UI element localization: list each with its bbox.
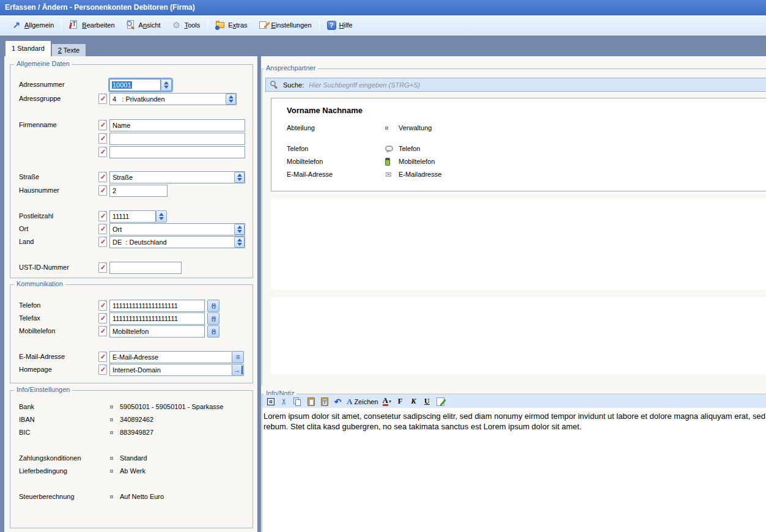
contact-label: Abteilung: [287, 124, 385, 131]
tab-standard[interactable]: 1 Standard: [5, 40, 51, 56]
font-color-icon: A: [383, 397, 388, 406]
bold-button[interactable]: F: [394, 396, 406, 407]
menu-hilfe[interactable]: ? Hilfe: [322, 18, 358, 32]
info-label: IBAN: [19, 416, 110, 423]
menu-tools[interactable]: ⚙ Tools: [166, 18, 206, 32]
open-url-button[interactable]: →: [232, 364, 244, 376]
goto-icon: →: [234, 366, 243, 374]
adressnummer-spinner[interactable]: [161, 79, 172, 91]
dial-button[interactable]: (•): [207, 325, 219, 338]
land-spinner[interactable]: [234, 237, 245, 248]
notes-toolbar: ✂ T ↶ A Zeichen A ▾ F K U: [262, 395, 766, 408]
contact-detail-panel: [271, 297, 766, 375]
arrow-icon: ↗: [12, 20, 21, 30]
check-doc-button[interactable]: ✓: [98, 224, 107, 234]
check-doc-button[interactable]: ✓: [98, 313, 107, 323]
telefax-input[interactable]: [109, 312, 205, 325]
copy-button[interactable]: [292, 396, 303, 407]
strasse-input[interactable]: [109, 171, 245, 183]
font-color-button[interactable]: A ▾: [381, 396, 392, 407]
undo-icon: ↶: [334, 397, 342, 406]
email-list-button[interactable]: ≡: [232, 351, 244, 363]
homepage-field: →: [109, 364, 244, 376]
character-format-button[interactable]: A Zeichen: [345, 396, 380, 407]
panel-splitter[interactable]: [257, 56, 261, 532]
ort-input[interactable]: [109, 223, 245, 235]
ustid-input[interactable]: [109, 262, 182, 274]
italic-button[interactable]: K: [408, 396, 419, 407]
contact-list-panel: [271, 199, 766, 290]
menu-allgemein[interactable]: ↗ Allgemein: [6, 18, 59, 32]
mobiltelefon-input[interactable]: [109, 325, 205, 338]
edit-note-button[interactable]: [435, 396, 446, 407]
search-input[interactable]: [309, 78, 766, 91]
bullet-icon: [385, 127, 399, 130]
dial-icon: (•): [212, 316, 215, 322]
paste-text-button[interactable]: T: [319, 396, 330, 407]
ort-combo: [109, 223, 245, 235]
firmenname-input-1[interactable]: [109, 119, 245, 131]
telefon-input[interactable]: [109, 300, 205, 312]
check-doc-button[interactable]: ✓: [98, 133, 107, 144]
land-combo: [109, 236, 245, 248]
notes-text-area[interactable]: Lorem ipsum dolor sit amet, consetetur s…: [262, 408, 766, 532]
plz-input[interactable]: [109, 210, 156, 223]
field-row: Homepage ✓ →: [10, 364, 252, 376]
check-doc-button[interactable]: ✓: [98, 94, 107, 104]
frame-button[interactable]: [265, 396, 276, 407]
email-input[interactable]: [109, 351, 232, 363]
check-doc-button[interactable]: ✓: [98, 352, 107, 362]
ort-spinner[interactable]: [234, 224, 245, 235]
menu-label: Tools: [185, 21, 201, 29]
check-doc-button[interactable]: ✓: [98, 364, 107, 375]
underline-button[interactable]: U: [421, 396, 433, 407]
check-doc-button[interactable]: ✓: [98, 185, 107, 196]
menu-label: Bearbeiten: [82, 21, 114, 29]
email-field: ≡: [109, 351, 244, 363]
menu-ansicht[interactable]: Ansicht: [120, 18, 166, 32]
menu-bearbeiten[interactable]: T Bearbeiten: [64, 18, 120, 32]
menu-einstellungen[interactable]: Einstellungen: [253, 18, 317, 32]
check-doc-button[interactable]: ✓: [98, 211, 107, 221]
bullet-icon: [110, 457, 113, 460]
adressnummer-input[interactable]: 10001: [109, 79, 161, 91]
field-label: Adressnummer: [19, 81, 65, 88]
field-label: Postleitzahl: [19, 212, 53, 220]
strasse-combo: [109, 171, 245, 183]
plz-spinner[interactable]: [156, 210, 167, 223]
homepage-input[interactable]: [109, 364, 232, 376]
contact-label: E-Mail-Adresse: [287, 171, 385, 178]
adressgruppe-spinner[interactable]: [226, 94, 236, 105]
chevron-down-icon: ▾: [389, 399, 391, 404]
paste-button[interactable]: [305, 396, 317, 407]
undo-button[interactable]: ↶: [332, 396, 344, 407]
adressgruppe-input[interactable]: [109, 93, 237, 105]
check-doc-button[interactable]: ✓: [98, 326, 107, 336]
tab-texte[interactable]: 2 Texte: [51, 43, 86, 56]
help-icon: ?: [327, 21, 336, 30]
menu-extras[interactable]: Extras: [210, 18, 252, 32]
dial-button[interactable]: (•): [207, 300, 219, 312]
check-doc-button[interactable]: ✓: [98, 300, 107, 311]
cut-button[interactable]: ✂: [278, 396, 290, 407]
check-doc-button[interactable]: ✓: [98, 147, 107, 157]
field-label: Adressgruppe: [19, 95, 61, 102]
group-title: Kommunikation: [14, 280, 65, 287]
dial-button[interactable]: (•): [207, 312, 219, 325]
check-doc-button[interactable]: ✓: [98, 262, 107, 273]
check-doc-button[interactable]: ✓: [98, 237, 107, 247]
info-row: IBAN 340892462: [19, 415, 153, 424]
check-doc-button[interactable]: ✓: [98, 120, 107, 130]
strasse-spinner[interactable]: [234, 172, 245, 183]
group-info-einstellungen: Info/Einstellungen Bank 59050101 - 59050…: [10, 390, 253, 528]
hausnummer-input[interactable]: [109, 185, 168, 197]
firmenname-input-3[interactable]: [109, 146, 245, 158]
font-icon: A: [347, 397, 352, 407]
contact-label: Mobiltelefon: [287, 158, 385, 165]
contact-name: Vorname Nachname: [287, 106, 363, 115]
check-doc-button[interactable]: ✓: [98, 172, 107, 182]
land-input[interactable]: [109, 236, 245, 248]
firmenname-input-2[interactable]: [109, 133, 245, 145]
field-label: Ort: [19, 225, 28, 232]
info-value: Ab Werk: [120, 467, 145, 475]
